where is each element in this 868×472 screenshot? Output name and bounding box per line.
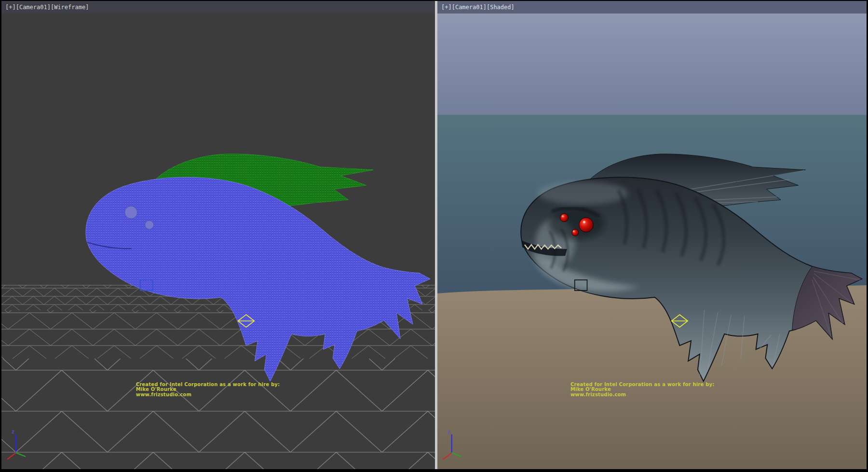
camera-label[interactable]: [Camera01] [452, 4, 487, 11]
viewport-header: [+][Camera01][Shaded] [437, 1, 867, 14]
shaded-scene: z [437, 1, 867, 469]
viewport-wireframe[interactable]: z [+][Camera01][Wireframe] Created for I… [1, 1, 435, 469]
camera-label[interactable]: [Camera01] [16, 4, 51, 11]
credits-line: www.frizstudio.com [136, 392, 280, 398]
viewport-menu-button[interactable]: [+] [5, 4, 16, 11]
credits-line: Mike O'Rourke [136, 387, 280, 392]
z-axis-label: z [448, 429, 450, 434]
viewport-shaded[interactable]: z [+][Camera01][Shaded] Created for Inte… [437, 1, 867, 469]
viewport-area: z [+][Camera01][Wireframe] Created for I… [0, 0, 868, 472]
fish-eye [572, 229, 579, 236]
sky-background [437, 1, 867, 117]
credits-watermark: Created for Intel Corporation as a work … [136, 382, 280, 398]
viewport-header: [+][Camera01][Wireframe] [1, 1, 435, 14]
fish-eye [579, 218, 594, 232]
credits-line: Mike O'Rourke [570, 387, 715, 392]
fish-eye [560, 214, 569, 222]
fish-eye [125, 206, 137, 219]
shading-mode-label[interactable]: [Shaded] [487, 4, 515, 11]
z-axis-label: z [12, 429, 14, 434]
fish-eye [145, 221, 154, 229]
viewport-menu-button[interactable]: [+] [441, 4, 452, 11]
credits-line: www.frizstudio.com [570, 392, 715, 398]
credits-watermark: Created for Intel Corporation as a work … [570, 382, 715, 398]
wireframe-scene: z [1, 1, 435, 469]
shading-mode-label[interactable]: [Wireframe] [51, 4, 89, 11]
